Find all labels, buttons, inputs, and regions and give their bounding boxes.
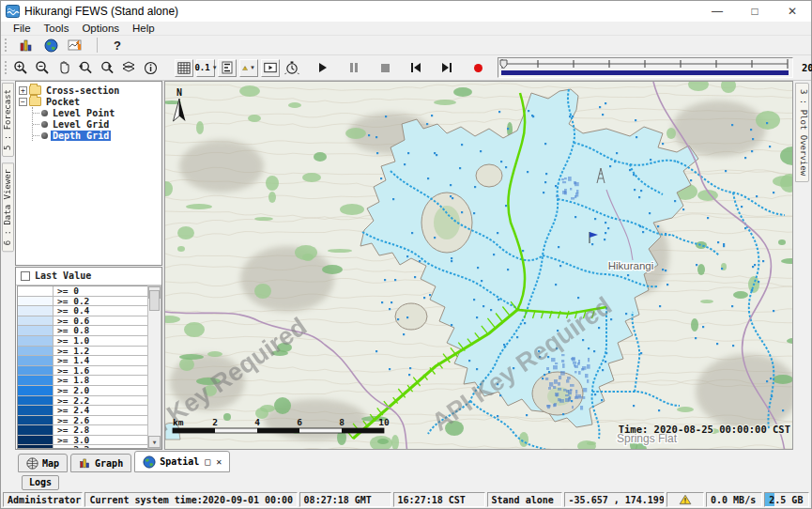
status-gmt-time: 08:27:18 GMT — [299, 492, 391, 507]
legend-color-swatch — [18, 416, 54, 425]
globe-icon — [26, 457, 38, 470]
map-panel: API Key Required API Key Required Hikura… — [164, 81, 793, 450]
play-button[interactable] — [314, 59, 332, 77]
scroll-down-icon[interactable]: ▼ — [148, 436, 161, 448]
chevron-down-icon: ▼ — [250, 65, 255, 70]
map-canvas[interactable]: API Key Required API Key Required Hikura… — [165, 82, 793, 450]
tab-spatial[interactable]: Spatial □ ✕ — [134, 451, 230, 472]
svg-text:10: 10 — [378, 417, 390, 427]
class-break-value-button[interactable]: 0.1 ▼ — [196, 59, 215, 77]
maximize-button[interactable]: □ — [736, 1, 774, 22]
last-value-checkbox[interactable] — [21, 271, 30, 281]
status-bar: Administrator Current system time:2020-0… — [1, 491, 811, 508]
svg-text:2: 2 — [212, 417, 218, 427]
legend-color-swatch — [18, 386, 54, 395]
timeseries-display-icon[interactable] — [66, 37, 86, 54]
tree-node-cross-section[interactable]: + Cross-section — [19, 85, 161, 96]
toolbar-grip-2[interactable] — [5, 61, 7, 74]
time-slider[interactable] — [498, 57, 793, 78]
menu-item[interactable]: Help — [126, 23, 161, 34]
tab-map-label: Map — [42, 458, 59, 469]
tab-close-icon[interactable]: ✕ — [216, 456, 222, 467]
expand-icon[interactable]: + — [19, 86, 27, 95]
menu-item[interactable]: Options — [75, 23, 126, 34]
app-icon — [6, 5, 20, 18]
help-icon[interactable]: ? — [108, 37, 127, 54]
status-warning-icon[interactable] — [666, 492, 705, 507]
tab-maximize-icon[interactable]: □ — [205, 456, 210, 467]
status-local-time: 16:27:18 CST — [393, 492, 485, 507]
tree-leaf[interactable]: Depth Grid — [33, 130, 161, 141]
status-system-time: Current system time:2020-09-01 00:00 CST — [84, 492, 297, 507]
right-tab-strip: 3 : Plot Overview — [793, 81, 811, 450]
scrollbar-thumb[interactable] — [149, 290, 160, 311]
step-forward-button[interactable] — [437, 59, 456, 77]
legend-color-swatch — [18, 445, 54, 449]
collapse-icon[interactable]: − — [19, 98, 27, 106]
left-dock-tab[interactable]: 6 : Data Viewer — [2, 162, 14, 252]
legend-color-swatch — [18, 347, 54, 356]
info-icon[interactable] — [141, 59, 160, 77]
place-label-hikurangi: Hikurangi — [608, 260, 654, 271]
right-dock-tab[interactable]: 3 : Plot Overview — [795, 83, 809, 182]
tree-node-pocket[interactable]: − Pocket — [19, 96, 161, 107]
minimize-button[interactable]: — — [698, 1, 736, 22]
toolbar-grip[interactable] — [5, 39, 9, 52]
legend-color-swatch — [18, 306, 54, 316]
map-time-label: Time: 2020-08-25 00:00:00 CST — [619, 424, 790, 435]
legend-color-swatch — [18, 356, 54, 365]
status-user: Administrator — [3, 492, 83, 507]
legend-row[interactable]: >= 3.2 — [18, 445, 147, 449]
layers-icon[interactable] — [119, 59, 138, 77]
legend-row[interactable]: >= 2.0 — [18, 386, 147, 396]
stop-button[interactable] — [375, 59, 394, 77]
legend-scrollbar[interactable]: ▲ ▼ — [147, 285, 161, 449]
legend-color-swatch — [18, 326, 54, 335]
menu-item[interactable]: File — [7, 23, 38, 34]
window-title: Hikurangi FEWS (Stand alone) — [24, 5, 178, 18]
animation-timer-icon[interactable] — [283, 59, 301, 77]
zoom-out-icon[interactable] — [33, 59, 52, 77]
legend-color-swatch — [18, 425, 54, 435]
legend-row[interactable]: >= 1.0 — [18, 336, 147, 347]
zoom-previous-icon[interactable] — [76, 59, 95, 77]
layer-tree: + Cross-section − Pocket Level Point — [15, 81, 162, 266]
legend-color-swatch — [18, 336, 54, 346]
legend-color-swatch — [18, 286, 54, 296]
left-dock-tab[interactable]: 5 : Forecast — [2, 83, 14, 157]
main-toolbar: ? — [1, 36, 811, 55]
legend-row[interactable]: >= 0 — [18, 286, 147, 297]
title-bar: Hikurangi FEWS (Stand alone) — □ ✕ — [1, 1, 811, 22]
tab-graph[interactable]: Graph — [70, 454, 131, 472]
record-button[interactable] — [468, 59, 487, 77]
close-button[interactable]: ✕ — [774, 1, 811, 22]
legend-color-swatch — [18, 297, 54, 306]
labels-toggle[interactable] — [218, 59, 237, 77]
tree-leaf[interactable]: Level Point — [33, 107, 161, 118]
status-mode: Stand alone — [487, 492, 562, 507]
legend-color-swatch — [18, 316, 54, 326]
layer-bullet-icon — [41, 132, 48, 139]
legend-color-swatch — [18, 406, 54, 415]
thresholds-warning-button[interactable]: ▼ — [239, 59, 258, 77]
map-display-icon[interactable] — [41, 37, 60, 54]
legend-color-swatch — [18, 436, 54, 445]
scale-unit-label: km — [173, 417, 184, 427]
tree-leaf[interactable]: Level Grid — [33, 118, 161, 130]
pause-button[interactable] — [345, 59, 363, 77]
globe-icon — [143, 455, 156, 469]
menu-item[interactable]: Tools — [38, 23, 76, 34]
step-back-button[interactable] — [406, 59, 425, 77]
status-download-speed: 0.0 MB/s — [706, 492, 762, 507]
zoom-next-icon[interactable] — [98, 59, 116, 77]
grid-display-toggle[interactable] — [175, 59, 193, 77]
pan-icon[interactable] — [54, 59, 73, 77]
tab-graph-label: Graph — [95, 458, 123, 469]
svg-text:6: 6 — [297, 417, 302, 427]
left-panel: + Cross-section − Pocket Level Point — [15, 81, 162, 450]
tab-map[interactable]: Map — [18, 454, 68, 472]
animation-movie-button[interactable] — [261, 59, 280, 77]
logs-button[interactable]: Logs — [22, 475, 59, 490]
database-viewer-icon[interactable] — [17, 37, 36, 54]
zoom-in-icon[interactable] — [11, 59, 30, 77]
